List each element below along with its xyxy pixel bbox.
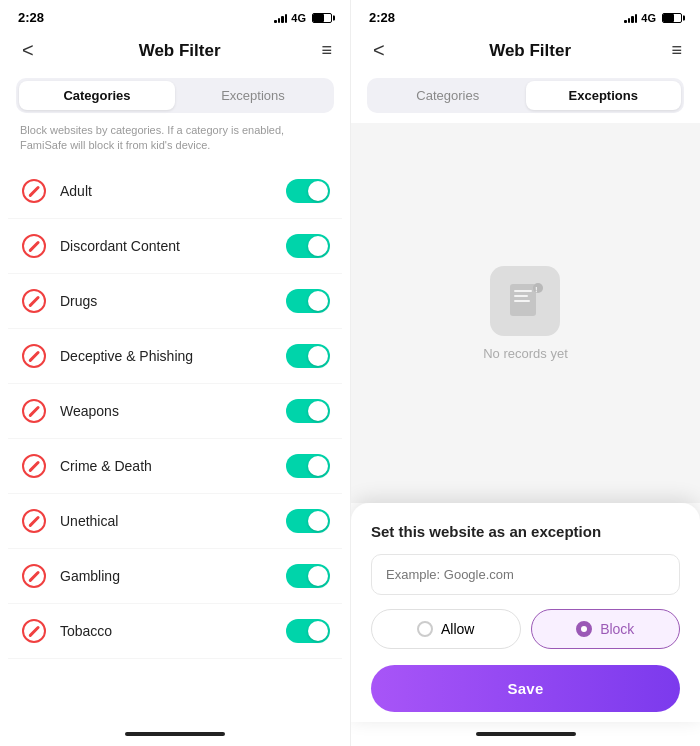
block-icon-unethical [20, 507, 48, 535]
block-radio-dot [576, 621, 592, 637]
exceptions-empty-state: ! No records yet [351, 123, 700, 503]
block-icon-weapons [20, 397, 48, 425]
header-left: < Web Filter ≡ [0, 31, 350, 74]
toggle-tobacco[interactable] [286, 619, 330, 643]
list-item: Gambling [8, 549, 342, 604]
allow-label: Allow [441, 621, 474, 637]
list-item: Unethical [8, 494, 342, 549]
time-right: 2:28 [369, 10, 395, 25]
status-bar-right: 2:28 4G [351, 0, 700, 31]
category-name-drugs: Drugs [60, 293, 286, 309]
home-indicator-left [0, 722, 350, 746]
block-icon-gambling [20, 562, 48, 590]
header-right: < Web Filter ≡ [351, 31, 700, 74]
status-bar-left: 2:28 4G [0, 0, 350, 31]
block-icon-deceptive [20, 342, 48, 370]
category-name-discordant: Discordant Content [60, 238, 286, 254]
toggle-unethical[interactable] [286, 509, 330, 533]
page-title-right: Web Filter [489, 41, 571, 61]
toggle-crime[interactable] [286, 454, 330, 478]
save-button[interactable]: Save [371, 665, 680, 712]
network-right: 4G [641, 12, 656, 24]
tab-bar-left: Categories Exceptions [16, 78, 334, 113]
filter-description: Block websites by categories. If a categ… [0, 123, 350, 164]
tab-categories-right[interactable]: Categories [370, 81, 526, 110]
list-item: Adult [8, 164, 342, 219]
menu-button-left[interactable]: ≡ [321, 40, 332, 61]
battery-icon-left [312, 13, 332, 23]
back-button-right[interactable]: < [369, 37, 389, 64]
category-name-crime: Crime & Death [60, 458, 286, 474]
list-item: Discordant Content [8, 219, 342, 274]
svg-rect-2 [514, 295, 528, 297]
signal-icon-right [624, 13, 637, 23]
category-name-unethical: Unethical [60, 513, 286, 529]
list-item: Weapons [8, 384, 342, 439]
bottom-sheet-title: Set this website as an exception [371, 523, 680, 540]
category-name-tobacco: Tobacco [60, 623, 286, 639]
no-records-container: ! No records yet [463, 246, 588, 381]
status-icons-right: 4G [624, 12, 682, 24]
exception-input[interactable] [371, 554, 680, 595]
block-icon-adult [20, 177, 48, 205]
toggle-deceptive[interactable] [286, 344, 330, 368]
svg-rect-1 [514, 290, 532, 292]
page-title-left: Web Filter [139, 41, 221, 61]
allow-radio-dot [417, 621, 433, 637]
category-name-deceptive: Deceptive & Phishing [60, 348, 286, 364]
block-icon-discordant [20, 232, 48, 260]
exception-bottom-sheet: Set this website as an exception Allow B… [351, 503, 700, 722]
list-item: Drugs [8, 274, 342, 329]
list-item: Deceptive & Phishing [8, 329, 342, 384]
toggle-drugs[interactable] [286, 289, 330, 313]
exception-radio-group: Allow Block [371, 609, 680, 649]
allow-option[interactable]: Allow [371, 609, 521, 649]
network-left: 4G [291, 12, 306, 24]
tab-bar-right: Categories Exceptions [367, 78, 684, 113]
left-panel: 2:28 4G < Web Filter ≡ Categories Except… [0, 0, 350, 746]
list-item: Crime & Death [8, 439, 342, 494]
category-name-weapons: Weapons [60, 403, 286, 419]
svg-text:!: ! [535, 285, 538, 294]
block-icon-crime [20, 452, 48, 480]
toggle-weapons[interactable] [286, 399, 330, 423]
toggle-discordant[interactable] [286, 234, 330, 258]
block-icon-drugs [20, 287, 48, 315]
list-item: Tobacco [8, 604, 342, 659]
block-option[interactable]: Block [531, 609, 681, 649]
category-list: Adult Discordant Content Drugs Deceptive… [0, 164, 350, 722]
tab-exceptions-left[interactable]: Exceptions [175, 81, 331, 110]
toggle-adult[interactable] [286, 179, 330, 203]
signal-icon-left [274, 13, 287, 23]
category-name-gambling: Gambling [60, 568, 286, 584]
tab-exceptions-right[interactable]: Exceptions [526, 81, 682, 110]
menu-button-right[interactable]: ≡ [671, 40, 682, 61]
category-name-adult: Adult [60, 183, 286, 199]
battery-icon-right [662, 13, 682, 23]
status-icons-left: 4G [274, 12, 332, 24]
home-indicator-right [351, 722, 700, 746]
tab-categories-left[interactable]: Categories [19, 81, 175, 110]
right-panel: 2:28 4G < Web Filter ≡ Categories Except… [350, 0, 700, 746]
back-button-left[interactable]: < [18, 37, 38, 64]
no-records-text: No records yet [483, 346, 568, 361]
time-left: 2:28 [18, 10, 44, 25]
toggle-gambling[interactable] [286, 564, 330, 588]
svg-rect-3 [514, 300, 530, 302]
block-label: Block [600, 621, 634, 637]
no-records-icon: ! [490, 266, 560, 336]
block-icon-tobacco [20, 617, 48, 645]
